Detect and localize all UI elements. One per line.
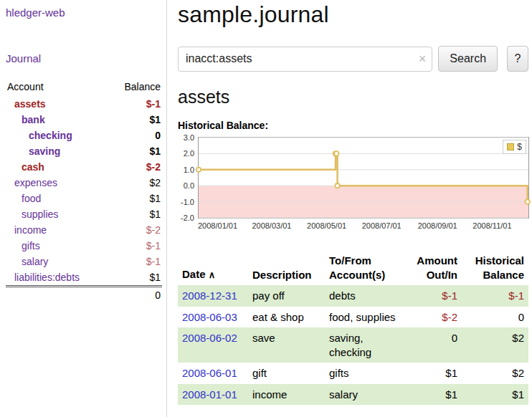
balance-chart: 3.02.01.00.0-1.0-2.0 $ 2008/01/012008/03… (178, 137, 528, 233)
sidebar-account-link[interactable]: income (14, 224, 47, 236)
register-header-row: Date ∧DescriptionTo/FromAccount(s)Amount… (178, 252, 528, 285)
account-row: checking0 (6, 128, 162, 143)
chart-plot-area[interactable]: $ (198, 137, 529, 219)
transaction-description: income (248, 384, 325, 406)
transaction-date-link[interactable]: 2008-12-31 (182, 289, 237, 302)
transaction-description: save (248, 327, 325, 363)
accounts-total-balance: 0 (108, 287, 162, 304)
register-header-tofrom: To/FromAccount(s) (325, 252, 405, 285)
transaction-accounts: gifts (325, 363, 405, 384)
search-box: × (178, 47, 432, 72)
transaction-balance: 0 (462, 307, 528, 328)
search-input[interactable] (179, 47, 413, 71)
register-header-description: Description (248, 252, 325, 285)
sidebar-item-journal[interactable]: Journal (6, 52, 162, 64)
transaction-amount: $-2 (405, 307, 462, 328)
sidebar: hledger-web Journal Account Balance asse… (0, 0, 167, 417)
transaction-description: eat & shop (248, 307, 325, 328)
account-balance: $1 (108, 269, 162, 287)
help-button[interactable]: ? (507, 46, 528, 72)
transaction-balance: $2 (462, 327, 528, 363)
sidebar-account-link[interactable]: liabilities:debts (14, 272, 80, 283)
transaction-accounts: food, supplies (325, 307, 405, 328)
y-axis-tick-label: -2.0 (181, 214, 194, 222)
account-heading: assets (178, 87, 528, 107)
sort-ascending-icon: ∧ (209, 269, 216, 280)
y-axis-tick-label: 2.0 (184, 149, 194, 158)
transaction-balance: $-1 (462, 285, 528, 307)
account-row: income$-2 (6, 222, 162, 238)
transaction-amount: 0 (405, 327, 462, 363)
transaction-date-link[interactable]: 2008-06-01 (182, 367, 237, 379)
sidebar-account-link[interactable]: salary (22, 256, 48, 267)
sidebar-account-link[interactable]: assets (14, 98, 46, 110)
x-axis-tick-label: 2008/09/01 (418, 221, 457, 230)
y-axis-tick-label: 0.0 (184, 181, 194, 190)
transaction-date-link[interactable]: 2008-01-01 (182, 388, 237, 401)
legend-series-label: $ (517, 142, 522, 152)
sidebar-account-link[interactable]: expenses (14, 177, 57, 188)
register-row: 2008-06-03eat & shopfood, supplies$-20 (178, 307, 528, 328)
account-row: bank$1 (6, 112, 162, 128)
transaction-date-link[interactable]: 2008-06-03 (182, 311, 237, 323)
register-table: Date ∧DescriptionTo/FromAccount(s)Amount… (178, 252, 528, 405)
account-row: expenses$2 (6, 175, 162, 191)
account-balance: $-1 (108, 254, 162, 269)
sidebar-account-link[interactable]: bank (22, 114, 45, 125)
account-balance: $1 (108, 191, 162, 206)
account-balance: $-1 (108, 238, 162, 254)
chart-x-axis: 2008/01/012008/03/012008/05/012008/07/01… (198, 221, 529, 231)
sidebar-account-link[interactable]: food (22, 193, 41, 204)
y-axis-tick-label: 1.0 (184, 166, 194, 174)
accounts-total-spacer (6, 287, 108, 304)
legend-series-swatch (507, 143, 514, 150)
clear-search-icon[interactable]: × (419, 52, 427, 67)
sidebar-account-link[interactable]: cash (22, 161, 44, 173)
register-row: 2008-01-01incomesalary$1$1 (178, 384, 528, 406)
transaction-balance: $2 (462, 363, 528, 384)
account-row: food$1 (6, 191, 162, 206)
accounts-header-balance: Balance (108, 80, 162, 96)
transaction-amount: $1 (405, 363, 462, 384)
account-row: liabilities:debts$1 (6, 269, 162, 287)
account-row: salary$-1 (6, 254, 162, 269)
chart-y-axis: 3.02.01.00.0-1.0-2.0 (178, 137, 196, 219)
transaction-amount: $1 (405, 384, 462, 406)
transaction-accounts: salary (325, 384, 405, 406)
account-row: cash$-2 (6, 159, 162, 175)
transaction-description: gift (248, 363, 325, 384)
register-row: 2008-06-02savesaving, checking0$2 (178, 327, 528, 363)
x-axis-tick-label: 2008/05/01 (307, 221, 346, 230)
account-balance: 0 (108, 128, 162, 143)
transaction-date-link[interactable]: 2008-06-02 (182, 332, 237, 344)
transaction-description: pay off (248, 285, 325, 307)
app-title-link[interactable]: hledger-web (6, 6, 162, 19)
register-header-historical: HistoricalBalance (462, 252, 528, 285)
account-row: gifts$-1 (6, 238, 162, 254)
account-balance: $1 (108, 112, 162, 128)
account-balance: $1 (108, 143, 162, 159)
account-row: assets$-1 (6, 96, 162, 112)
y-axis-tick-label: 3.0 (184, 133, 194, 142)
register-header-date[interactable]: Date ∧ (178, 252, 248, 285)
balance-line-chart (199, 138, 528, 218)
chart-legend: $ (503, 140, 526, 154)
search-bar: × Search ? (178, 46, 528, 72)
account-row: saving$1 (6, 143, 162, 159)
sidebar-account-link[interactable]: supplies (22, 208, 58, 220)
sidebar-account-link[interactable]: checking (29, 130, 72, 141)
sidebar-account-link[interactable]: gifts (22, 240, 40, 251)
x-axis-tick-label: 2008/03/01 (252, 221, 291, 230)
account-balance: $-1 (108, 96, 162, 112)
transaction-accounts: debts (325, 285, 405, 307)
register-header-amount: AmountOut/In (405, 252, 462, 285)
account-balance: $-2 (108, 159, 162, 175)
account-balance: $1 (108, 206, 162, 222)
sidebar-account-link[interactable]: saving (29, 145, 60, 157)
accounts-header-account: Account (6, 80, 108, 96)
accounts-header-row: Account Balance (6, 80, 162, 96)
transaction-balance: $1 (462, 384, 528, 406)
search-button[interactable]: Search (438, 46, 498, 72)
register-row: 2008-06-01giftgifts$1$2 (178, 363, 528, 384)
register-row: 2008-12-31pay offdebts$-1$-1 (178, 285, 528, 307)
